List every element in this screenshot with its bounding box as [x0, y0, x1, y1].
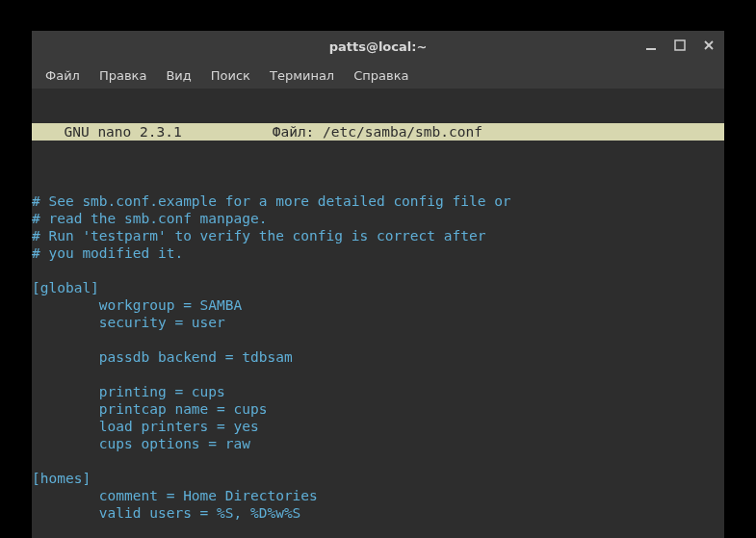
- menu-help[interactable]: Справка: [344, 64, 418, 87]
- editor-line: security = user: [32, 314, 724, 331]
- editor-line: [32, 331, 724, 348]
- svg-rect-0: [646, 48, 656, 50]
- editor-line: [global]: [32, 279, 724, 296]
- close-icon[interactable]: [701, 38, 717, 54]
- editor-line: printcap name = cups: [32, 400, 724, 418]
- nano-editor-area[interactable]: # See smb.conf.example for a more detail…: [32, 175, 724, 522]
- terminal-window: patts@local:~ Файл Правка Вид Поиск Терм…: [32, 31, 724, 538]
- window-controls: [643, 38, 717, 54]
- titlebar: patts@local:~: [32, 31, 724, 62]
- editor-line: comment = Home Directories: [32, 487, 724, 504]
- window-title: patts@local:~: [32, 39, 724, 54]
- menu-edit[interactable]: Правка: [90, 64, 156, 87]
- svg-rect-1: [675, 40, 685, 50]
- editor-line: [32, 175, 724, 192]
- editor-line: cups options = raw: [32, 435, 724, 452]
- editor-line: # you modified it.: [32, 244, 724, 262]
- menu-file[interactable]: Файл: [36, 64, 90, 87]
- nano-filename: Файл: /etc/samba/smb.conf: [182, 123, 482, 141]
- editor-line: [homes]: [32, 470, 724, 487]
- nano-version: GNU nano 2.3.1: [34, 123, 182, 141]
- editor-line: # Run 'testparm' to verify the config is…: [32, 227, 724, 244]
- editor-line: workgroup = SAMBA: [32, 296, 724, 314]
- editor-line: [32, 262, 724, 279]
- menubar: Файл Правка Вид Поиск Терминал Справка: [32, 62, 724, 89]
- editor-line: # See smb.conf.example for a more detail…: [32, 192, 724, 210]
- menu-view[interactable]: Вид: [156, 64, 200, 87]
- nano-header: GNU nano 2.3.1 Файл: /etc/samba/smb.conf: [32, 123, 724, 141]
- maximize-icon[interactable]: [672, 38, 688, 54]
- editor-line: printing = cups: [32, 383, 724, 400]
- menu-search[interactable]: Поиск: [201, 64, 260, 87]
- menu-terminal[interactable]: Терминал: [260, 64, 344, 87]
- editor-line: [32, 452, 724, 470]
- editor-line: # read the smb.conf manpage.: [32, 210, 724, 227]
- editor-line: load printers = yes: [32, 418, 724, 435]
- editor-line: passdb backend = tdbsam: [32, 348, 724, 366]
- terminal-content[interactable]: GNU nano 2.3.1 Файл: /etc/samba/smb.conf…: [32, 89, 724, 538]
- minimize-icon[interactable]: [643, 38, 659, 54]
- editor-line: [32, 366, 724, 383]
- editor-line: valid users = %S, %D%w%S: [32, 504, 724, 522]
